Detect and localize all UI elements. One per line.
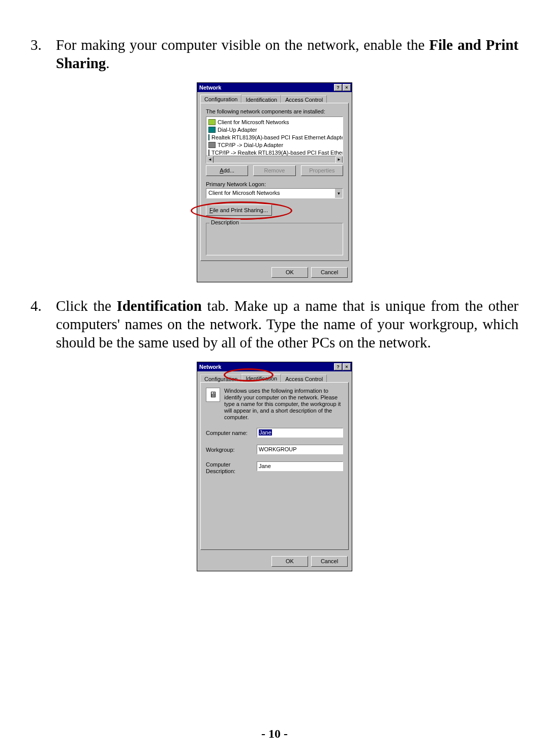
computer-description-label: Computer Description:	[206, 461, 257, 475]
workgroup-input[interactable]: WORKGROUP	[257, 445, 343, 454]
instruction-step-4: 4. Click the Identification tab. Make up…	[30, 297, 518, 352]
horizontal-scrollbar[interactable]: ◄ ►	[206, 156, 343, 163]
cancel-button[interactable]: Cancel	[311, 267, 348, 278]
client-icon	[208, 119, 216, 125]
instruction-step-3: 3. For making your computer visible on t…	[30, 36, 518, 72]
titlebar: Network ? ×	[197, 362, 352, 371]
tab-strip: Configuration Identification Access Cont…	[197, 371, 352, 382]
step-number: 3.	[30, 36, 56, 72]
workgroup-label: Workgroup:	[206, 447, 257, 453]
remove-button[interactable]: Remove	[253, 165, 295, 176]
computer-name-label: Computer name:	[206, 430, 257, 436]
installed-caption: The following network components are ins…	[206, 108, 343, 114]
scroll-right-icon[interactable]: ►	[336, 156, 343, 163]
tab-identification[interactable]: Identification	[241, 374, 281, 383]
description-groupbox: Description	[206, 223, 343, 255]
computer-description-input[interactable]: Jane	[257, 461, 343, 471]
protocol-icon	[208, 142, 216, 148]
page-number: - 10 -	[0, 727, 549, 741]
list-item[interactable]: Realtek RTL8139(A)-based PCI Fast Ethern…	[207, 133, 342, 141]
close-button[interactable]: ×	[343, 363, 351, 370]
file-print-sharing-button[interactable]: File and Print Sharing...	[206, 205, 272, 216]
help-button[interactable]: ?	[334, 84, 342, 91]
scroll-left-icon[interactable]: ◄	[206, 156, 214, 163]
tab-strip: Configuration Identification Access Cont…	[197, 92, 352, 103]
list-item[interactable]: Client for Microsoft Networks	[207, 118, 342, 126]
step-text: Click the Identification tab. Make up a …	[56, 297, 518, 352]
cancel-button[interactable]: Cancel	[311, 556, 348, 567]
primary-logon-combo[interactable]: Client for Microsoft Networks ▼	[206, 188, 343, 198]
computer-icon: 🖥	[206, 388, 220, 402]
primary-logon-label: Primary Network Logon:	[206, 181, 343, 187]
network-dialog-identification: Network ? × Configuration Identification…	[197, 362, 352, 571]
tab-configuration[interactable]: Configuration	[200, 95, 241, 103]
components-listbox[interactable]: Client for Microsoft Networks Dial-Up Ad…	[206, 117, 343, 163]
dialog-title: Network	[199, 84, 333, 91]
chevron-down-icon[interactable]: ▼	[334, 189, 343, 198]
computer-name-input[interactable]: Jane	[257, 428, 343, 438]
adapter-icon	[208, 134, 209, 140]
list-item[interactable]: Dial-Up Adapter	[207, 126, 342, 133]
tab-panel-configuration: The following network components are ins…	[200, 103, 349, 261]
help-button[interactable]: ?	[334, 363, 342, 370]
identification-description: Windows uses the following information t…	[224, 388, 343, 421]
adapter-icon	[208, 127, 216, 133]
primary-logon-value: Client for Microsoft Networks	[206, 189, 334, 198]
list-item[interactable]: TCP/IP -> Realtek RTL8139(A)-based PCI F…	[207, 149, 342, 156]
add-button[interactable]: Add...	[206, 165, 248, 176]
step-number: 4.	[30, 297, 56, 352]
ok-button[interactable]: OK	[271, 267, 308, 278]
close-button[interactable]: ×	[343, 84, 351, 91]
protocol-icon	[208, 150, 209, 156]
tab-panel-identification: 🖥 Windows uses the following information…	[200, 382, 349, 550]
ok-button[interactable]: OK	[271, 556, 308, 567]
network-dialog-configuration: Network ? × Configuration Identification…	[197, 82, 352, 282]
description-label: Description	[209, 219, 240, 225]
step-text: For making your computer visible on the …	[56, 36, 518, 72]
titlebar: Network ? ×	[197, 83, 352, 92]
properties-button[interactable]: Properties	[301, 165, 343, 176]
dialog-title: Network	[199, 364, 333, 370]
list-item[interactable]: TCP/IP -> Dial-Up Adapter	[207, 141, 342, 149]
